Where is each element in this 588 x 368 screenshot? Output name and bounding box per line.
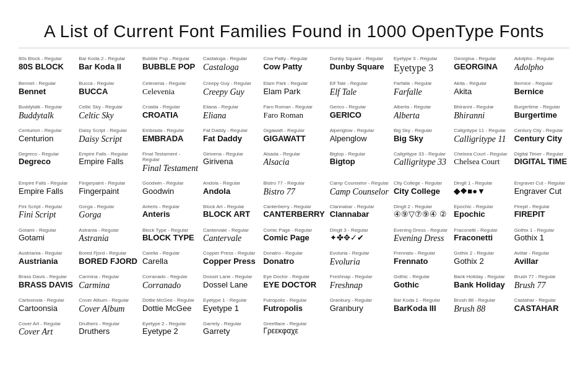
font-entry: Big Sky - RegularBig Sky (394, 128, 449, 145)
font-label: Big Sky - Regular (394, 128, 449, 134)
font-entry: Granbury - RegularGranbury (330, 297, 389, 315)
font-entry: Bubble Pop - RegularBUBBLE POP (142, 56, 198, 74)
font-entry: Burgertime - RegularBurgertime (514, 104, 569, 121)
font-display: FIREPIT (514, 209, 569, 220)
font-entry: Gigawatt - RegularGIGAWATT (263, 128, 324, 145)
font-entry: Cover Album - RegularCover Album (79, 297, 137, 315)
font-display: Centurion (19, 134, 74, 144)
font-label: Austriania - Regular (19, 250, 74, 256)
font-display: Empire Falls (79, 157, 137, 167)
font-entry: Adolpho - RegularAdolpho (514, 56, 569, 74)
font-label: Bored Fjord - Regular (79, 250, 137, 256)
font-label: Cow Patty - Regular (263, 56, 324, 62)
font-display: GIGAWATT (263, 134, 324, 144)
font-label: Empire Falls - Regular (79, 151, 137, 157)
font-display: Avillar (514, 256, 569, 267)
font-display: Carella (142, 256, 198, 267)
font-display: Chelsea Court (454, 157, 509, 167)
font-label: Epochic - Regular (454, 204, 509, 210)
font-label: Castaloga - Regular (203, 56, 258, 62)
font-entry: Alsada - RegularAlsacia (263, 151, 324, 174)
font-display: Evening Dress (394, 233, 449, 244)
font-label: Faro Roman - Regular (263, 104, 324, 110)
font-label: Castahar - Regular (514, 297, 569, 304)
font-label: Cover Album - Regular (79, 297, 137, 304)
font-display: Dottie McGee (142, 304, 198, 314)
font-display: Cantervale (203, 233, 258, 244)
font-display: Bigtop (330, 157, 389, 167)
font-label: Gorga - Regular (79, 204, 137, 210)
font-label: Chelsea Court - Regular (454, 151, 509, 157)
font-entry: Final Testament - RegularFinal Testament (142, 151, 198, 174)
font-display: Castaloga (203, 62, 258, 73)
font-entry: Engraver Cut - RegularEngraver Cut (514, 180, 569, 198)
font-display: Austriania (19, 256, 74, 267)
font-display: Calligritype 33 (394, 157, 449, 168)
font-display: Big Sky (394, 134, 449, 144)
font-entry: City College - RegularCity College (394, 180, 449, 198)
font-display: Bhiranni (454, 110, 509, 121)
font-entry: Bigtop - RegularBigtop (330, 151, 389, 174)
font-label: Astrania - Regular (79, 227, 137, 234)
font-label: Creepy Guy - Regular (203, 81, 258, 87)
font-label: Alsada - Regular (263, 151, 324, 157)
font-display: Anteris (142, 209, 198, 220)
font-entry: Clannabar - RegularClannabar (330, 204, 389, 221)
font-entry: Dingit 3 - Regular✦✤✥✓✔ (330, 227, 389, 245)
font-display: Bank Holiday (454, 280, 509, 291)
font-entry: Bank Holiday - RegularBank Holiday (454, 274, 509, 291)
font-entry: Corranado - RegularCorranado (142, 274, 198, 291)
font-entry: Georgina - RegularGEORGINA (454, 56, 509, 74)
font-label: Brass Davis - Regular (19, 274, 74, 280)
font-label: Futropolis - Regular (263, 297, 324, 304)
font-label: Corranado - Regular (142, 274, 198, 280)
font-entry: Buddytalk - RegularBuddytalk (19, 104, 74, 121)
font-label: Elf Tale - Regular (330, 81, 389, 87)
font-entry: Bar Koda 2 - RegularBar Koda II (79, 56, 137, 74)
font-display: Daisy Script (79, 134, 137, 145)
font-label: Dingit 1 - Regular (454, 180, 509, 186)
font-display: Bar Koda II (79, 62, 137, 72)
font-label: Gerico - Regular (330, 104, 389, 110)
font-entry: Comic Page - RegularComic Page (263, 227, 324, 245)
font-entry: 80s Block - Regular80S BLOCK (19, 56, 74, 74)
font-label: Bigtop - Regular (330, 151, 389, 157)
font-entry: Futropolis - RegularFutropolis (263, 297, 324, 315)
font-entry: Dingit 2 - Regular④⑨▽⑦⑨④ ② (394, 204, 449, 221)
font-entry: Eyetype 2 - RegularEyetype 2 (142, 321, 198, 338)
font-label: Freshnap - Regular (330, 274, 389, 280)
font-label: Greetface - Regular (263, 321, 324, 327)
font-label: Druthers - Regular (79, 321, 137, 327)
title-section: A List of Current Font Families Found in… (19, 12, 569, 48)
font-label: Daisy Script - Regular (79, 128, 137, 134)
font-entry: Gothic - RegularGothic (394, 274, 449, 291)
font-entry: Carmina - RegularCarmina (79, 274, 137, 291)
font-label: Gigawatt - Regular (263, 128, 324, 134)
font-entry: Bucca - RegularBUCCA (79, 81, 137, 98)
font-label: Frennato - Regular (394, 250, 449, 256)
font-entry: Druthers - RegularDruthers (79, 321, 137, 338)
font-display: Fraconetti (454, 233, 509, 243)
font-display: Century City (514, 134, 569, 144)
font-display: GEORGINA (454, 62, 509, 72)
font-entry: Brush 77 - RegularBrush 77 (514, 274, 569, 291)
font-display: Granbury (330, 304, 389, 314)
font-label: Bernice - Regular (514, 81, 569, 87)
font-label: Evening Dress - Regular (394, 227, 449, 234)
font-display: Eyetype 1 (203, 304, 258, 314)
font-display: Bennet (19, 87, 74, 97)
font-label: Carmina - Regular (79, 274, 137, 280)
font-label: Akita - Regular (454, 81, 509, 87)
font-display: Goodwin (142, 186, 198, 197)
font-display: BRASS DAVIS (19, 280, 74, 291)
font-label: Anteris - Regular (142, 204, 198, 210)
font-label: Block Art - Regular (203, 204, 258, 210)
font-display: Elam Park (263, 87, 324, 97)
font-entry: Bar Koda 1 - RegularBarKoda III (394, 297, 449, 315)
font-entry: Firepit - RegularFIREPIT (514, 204, 569, 221)
font-label: Camp Counselor - Regular (330, 180, 389, 186)
font-display: BUBBLE POP (142, 62, 198, 72)
font-display: Gorga (79, 209, 137, 221)
font-entry: Dottie McGee - RegularDottie McGee (142, 297, 198, 315)
font-display: CROATIA (142, 110, 198, 121)
